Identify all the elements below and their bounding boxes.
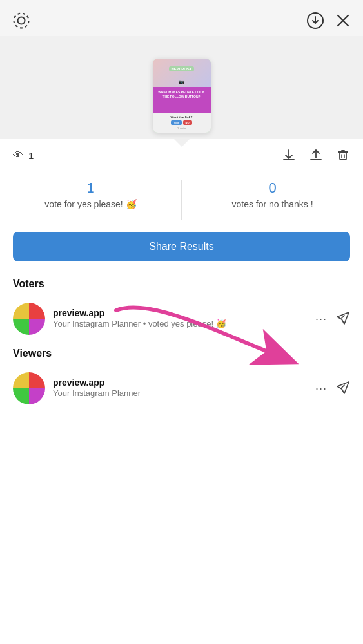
post-card-poll: YES NO	[156, 120, 208, 125]
voter-desc: Your Instagram Planner • voted yes pleas…	[53, 318, 308, 330]
viewer-avatar-q1	[13, 372, 29, 388]
share-icon	[309, 148, 323, 162]
svg-point-1	[14, 14, 29, 28]
voter-row: preview.app Your Instagram Planner • vot…	[0, 296, 363, 341]
post-card-body-text: WHAT MAKES PEOPLE CLICK THE FOLLOW BUTTO…	[156, 90, 208, 99]
post-preview-area: NEW POST 📷 WHAT MAKES PEOPLE CLICK THE F…	[0, 36, 363, 139]
voters-title: Voters	[0, 272, 363, 296]
viewers-title: Viewers	[0, 341, 363, 366]
poll-results: 1 vote for yes please! 🥳 0 votes for no …	[0, 169, 363, 220]
post-card-body: WHAT MAKES PEOPLE CLICK THE FOLLOW BUTTO…	[153, 87, 211, 113]
svg-rect-3	[340, 153, 346, 160]
poll-yes-count: 1	[86, 180, 94, 196]
eye-icon: 👁	[13, 149, 23, 161]
close-button[interactable]	[336, 14, 350, 28]
viewer-name: preview.app	[53, 377, 308, 388]
voters-section: Voters preview.app Your Instagram Planne…	[0, 272, 363, 341]
settings-button[interactable]	[13, 12, 30, 29]
poll-no-col: 0 votes for no thanks !	[181, 180, 363, 220]
view-count: 1	[28, 150, 34, 161]
download-circle-button[interactable]	[306, 12, 324, 30]
download-circle-icon	[306, 12, 324, 30]
download-button[interactable]	[282, 148, 296, 162]
share-results-container: Share Results	[0, 227, 363, 272]
poll-yes-label: vote for yes please! 🥳	[44, 199, 136, 209]
post-card: NEW POST 📷 WHAT MAKES PEOPLE CLICK THE F…	[153, 59, 211, 133]
viewer-actions: ···	[315, 381, 350, 397]
top-bar	[0, 0, 363, 36]
poll-no-count: 0	[268, 180, 276, 196]
viewer-desc: Your Instagram Planner	[53, 388, 308, 399]
trash-icon	[336, 148, 350, 162]
viewer-row: preview.app Your Instagram Planner ···	[0, 366, 363, 411]
voter-name: preview.app	[53, 308, 308, 318]
send-icon	[336, 311, 350, 325]
avatar-q4	[29, 319, 45, 335]
poll-yes-col: 1 vote for yes please! 🥳	[0, 180, 181, 220]
trash-button[interactable]	[336, 148, 350, 162]
avatar-q2	[29, 303, 45, 319]
voter-info: preview.app Your Instagram Planner • vot…	[53, 308, 308, 330]
post-card-footer: Want the link? YES NO 1 vote	[153, 113, 211, 133]
voter-avatar	[13, 303, 45, 335]
post-card-footer-text: Want the link?	[156, 115, 208, 119]
poll-yes-btn: YES	[171, 120, 181, 125]
post-card-triangle	[174, 139, 190, 147]
share-button[interactable]	[309, 148, 323, 162]
share-results-button[interactable]: Share Results	[13, 232, 350, 261]
stats-right	[282, 148, 350, 162]
top-bar-right-icons	[306, 12, 350, 30]
voter-send-button[interactable]	[336, 311, 350, 327]
poll-no-label: votes for no thanks !	[231, 199, 313, 209]
close-icon	[336, 14, 350, 28]
viewer-more-button[interactable]: ···	[315, 382, 327, 395]
viewer-info: preview.app Your Instagram Planner	[53, 377, 308, 399]
viewer-avatar-q4	[29, 388, 45, 404]
voter-actions: ···	[315, 311, 350, 327]
viewer-avatar-q3	[13, 388, 29, 404]
viewer-avatar-q2	[29, 372, 45, 388]
svg-point-0	[18, 17, 25, 24]
avatar-q3	[13, 319, 29, 335]
download-icon	[282, 148, 296, 162]
poll-no-btn: NO	[183, 120, 192, 125]
new-post-badge: NEW POST	[169, 66, 193, 71]
post-card-header: NEW POST 📷	[153, 59, 211, 87]
viewer-avatar	[13, 372, 45, 404]
viewer-send-icon	[336, 381, 350, 395]
voter-more-button[interactable]: ···	[315, 312, 327, 326]
settings-icon	[13, 12, 30, 29]
stats-left: 👁 1	[13, 149, 34, 161]
viewer-send-button[interactable]	[336, 381, 350, 397]
avatar-q1	[13, 303, 29, 319]
